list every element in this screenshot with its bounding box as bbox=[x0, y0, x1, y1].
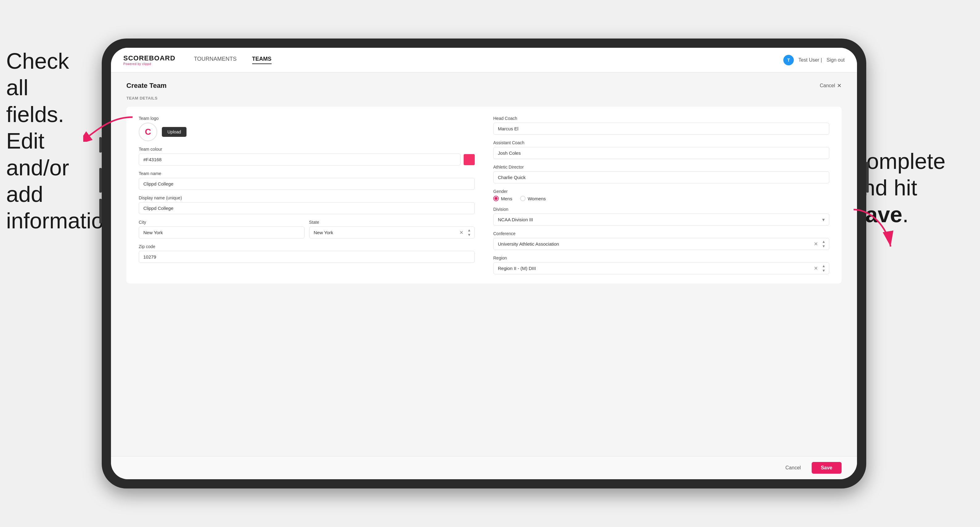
city-state-row: City State ✕ bbox=[139, 220, 475, 238]
gender-mens-radio[interactable] bbox=[493, 196, 499, 201]
division-label: Division bbox=[493, 207, 829, 212]
team-colour-field: Team colour bbox=[139, 147, 475, 165]
close-icon: ✕ bbox=[837, 82, 842, 89]
region-select-controls: ✕ ▲▼ bbox=[813, 263, 827, 273]
head-coach-input[interactable] bbox=[493, 123, 829, 135]
tablet-device: SCOREBOARD Powered by clippd TOURNAMENTS… bbox=[102, 38, 866, 489]
team-name-label: Team name bbox=[139, 171, 475, 176]
gender-radio-group: Mens Womens bbox=[493, 196, 829, 201]
city-label: City bbox=[139, 220, 305, 225]
sign-out-link[interactable]: Sign out bbox=[826, 57, 845, 63]
cancel-top-button[interactable]: Cancel ✕ bbox=[820, 82, 842, 89]
display-name-label: Display name (unique) bbox=[139, 195, 475, 200]
conference-input[interactable] bbox=[493, 238, 829, 250]
footer-save-button[interactable]: Save bbox=[812, 462, 842, 474]
logo-sub: Powered by clippd bbox=[123, 62, 175, 66]
conference-label: Conference bbox=[493, 231, 829, 236]
team-logo-field: Team logo C Upload bbox=[139, 116, 475, 141]
team-logo-label: Team logo bbox=[139, 116, 475, 121]
tablet-side-btn-power bbox=[866, 162, 869, 193]
zip-input[interactable] bbox=[139, 251, 475, 263]
state-clear-button[interactable]: ✕ bbox=[458, 230, 465, 236]
main-content: Create Team Cancel ✕ TEAM DETAILS Team l… bbox=[111, 72, 857, 456]
color-swatch[interactable] bbox=[464, 154, 475, 165]
conference-clear-button[interactable]: ✕ bbox=[813, 241, 819, 247]
region-input[interactable] bbox=[493, 262, 829, 274]
head-coach-field: Head Coach bbox=[493, 116, 829, 135]
logo-upload-area: C Upload bbox=[139, 123, 475, 141]
conference-dropdown-button[interactable]: ▲▼ bbox=[821, 239, 827, 249]
state-select-wrapper: ✕ ▲▼ bbox=[309, 227, 475, 238]
athletic-director-field: Athletic Director bbox=[493, 165, 829, 183]
logo-text: SCOREBOARD bbox=[123, 54, 175, 62]
zip-code-field: Zip code bbox=[139, 244, 475, 263]
gender-mens-option[interactable]: Mens bbox=[493, 196, 512, 201]
form-right: Head Coach Assistant Coach Athletic Dire… bbox=[493, 116, 829, 274]
state-input[interactable] bbox=[309, 227, 475, 238]
conference-select-wrapper: ✕ ▲▼ bbox=[493, 238, 829, 250]
logo-area: SCOREBOARD Powered by clippd bbox=[123, 54, 175, 66]
zip-label: Zip code bbox=[139, 244, 475, 249]
arrow-left-annotation bbox=[83, 111, 139, 142]
user-avatar: T bbox=[783, 55, 794, 65]
form-footer: Cancel Save bbox=[111, 456, 857, 479]
gender-womens-radio[interactable] bbox=[520, 196, 526, 201]
team-name-input[interactable] bbox=[139, 178, 475, 190]
gender-label: Gender bbox=[493, 189, 829, 194]
conference-select-controls: ✕ ▲▼ bbox=[813, 239, 827, 249]
city-input[interactable] bbox=[139, 227, 305, 238]
team-name-field: Team name bbox=[139, 171, 475, 190]
nav-link-tournaments[interactable]: TOURNAMENTS bbox=[194, 56, 237, 64]
division-input[interactable] bbox=[493, 214, 829, 225]
section-label: TEAM DETAILS bbox=[126, 96, 842, 100]
upload-button[interactable]: Upload bbox=[162, 127, 186, 137]
city-field: City bbox=[139, 220, 305, 238]
city-state-field: City State ✕ bbox=[139, 220, 475, 238]
display-name-input[interactable] bbox=[139, 202, 475, 214]
panel-title: Create Team bbox=[126, 82, 167, 90]
gender-field: Gender Mens Womens bbox=[493, 189, 829, 201]
head-coach-label: Head Coach bbox=[493, 116, 829, 121]
nav-link-teams[interactable]: TEAMS bbox=[252, 56, 272, 64]
color-input-row bbox=[139, 154, 475, 165]
state-label: State bbox=[309, 220, 475, 225]
gender-womens-option[interactable]: Womens bbox=[520, 196, 546, 201]
form-container: Team logo C Upload Team colour bbox=[126, 106, 842, 284]
athletic-director-label: Athletic Director bbox=[493, 165, 829, 170]
tablet-screen: SCOREBOARD Powered by clippd TOURNAMENTS… bbox=[111, 48, 857, 479]
team-colour-label: Team colour bbox=[139, 147, 475, 152]
display-name-field: Display name (unique) bbox=[139, 195, 475, 214]
region-dropdown-button[interactable]: ▲▼ bbox=[821, 263, 827, 273]
state-dropdown-button[interactable]: ▲▼ bbox=[466, 227, 472, 238]
region-clear-button[interactable]: ✕ bbox=[813, 265, 819, 271]
assistant-coach-field: Assistant Coach bbox=[493, 140, 829, 159]
tablet-side-btn-vol-up bbox=[99, 168, 102, 193]
instruction-left: Check all fields. Edit and/or add inform… bbox=[6, 48, 92, 234]
panel-header: Create Team Cancel ✕ bbox=[126, 82, 842, 90]
conference-field: Conference ✕ ▲▼ bbox=[493, 231, 829, 250]
state-select-controls: ✕ ▲▼ bbox=[458, 227, 472, 238]
assistant-coach-input[interactable] bbox=[493, 147, 829, 159]
assistant-coach-label: Assistant Coach bbox=[493, 140, 829, 145]
region-label: Region bbox=[493, 256, 829, 260]
division-field: Division ▼ bbox=[493, 207, 829, 225]
division-select-wrapper: ▼ bbox=[493, 214, 829, 225]
nav-links: TOURNAMENTS TEAMS bbox=[194, 56, 783, 64]
region-field: Region ✕ ▲▼ bbox=[493, 256, 829, 274]
athletic-director-input[interactable] bbox=[493, 171, 829, 183]
team-colour-input[interactable] bbox=[139, 154, 461, 165]
form-left: Team logo C Upload Team colour bbox=[139, 116, 475, 274]
form-grid: Team logo C Upload Team colour bbox=[139, 116, 829, 274]
navbar: SCOREBOARD Powered by clippd TOURNAMENTS… bbox=[111, 48, 857, 72]
arrow-right-annotation bbox=[841, 203, 903, 253]
footer-cancel-button[interactable]: Cancel bbox=[779, 462, 807, 474]
user-name: Test User | bbox=[799, 57, 822, 63]
state-field: State ✕ ▲▼ bbox=[309, 220, 475, 238]
region-select-wrapper: ✕ ▲▼ bbox=[493, 262, 829, 274]
tablet-side-btn-vol-down bbox=[99, 199, 102, 224]
nav-right: T Test User | Sign out bbox=[783, 55, 845, 65]
team-logo-circle: C bbox=[139, 123, 157, 141]
